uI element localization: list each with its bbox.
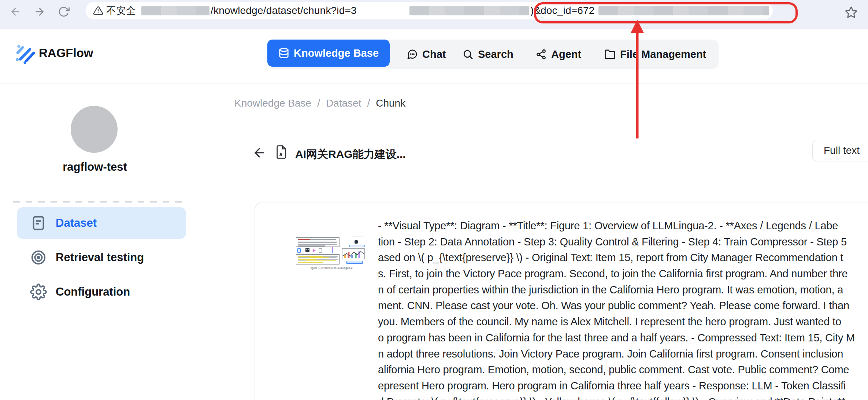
avatar <box>71 106 118 153</box>
document-icon <box>30 215 47 232</box>
brand-name: RAGFlow <box>39 46 93 60</box>
url-doc-id-param: doc_id=672 <box>541 2 595 19</box>
security-label: 不安全 <box>106 2 136 19</box>
sidebar-item-label: Configuration <box>56 285 130 299</box>
star-icon <box>845 6 858 19</box>
full-text-button[interactable]: Full text <box>812 140 868 161</box>
chunk-text-line: alifornia Hero program. Emotion, motion,… <box>378 362 867 378</box>
nav-label: Search <box>478 48 513 60</box>
nav-search[interactable]: Search <box>462 40 513 69</box>
chunk-text-line: s. First, to join the Victory Pace progr… <box>378 266 867 282</box>
chunk-text-line: n of certain properties within the juris… <box>378 282 867 298</box>
database-icon <box>278 48 289 59</box>
sidebar-item-label: Dataset <box>56 216 97 230</box>
chunk-text-line: n adopt three resolutions. Join Victory … <box>378 346 867 362</box>
thumbnail-figure <box>295 237 368 265</box>
nav-label: File Management <box>620 48 706 60</box>
nav-label: Knowledge Base <box>294 47 379 59</box>
blurred-host <box>141 6 209 15</box>
browser-forward-button[interactable] <box>32 4 47 19</box>
nav-agent[interactable]: Agent <box>535 40 581 69</box>
reload-icon <box>58 6 70 18</box>
chunk-text-line: d Prompts: \( p_{\text{preserve}} \) - Y… <box>378 394 867 400</box>
chunk-content-text: - **Visual Type**: Diagram - **Title**: … <box>378 218 867 400</box>
blurred-doc-id <box>598 6 769 15</box>
chunk-text-line: epresent Hero program. Hero program in C… <box>378 378 867 394</box>
browser-reload-button[interactable] <box>56 4 71 19</box>
gear-icon <box>30 284 47 300</box>
nav-label: Chat <box>422 48 446 60</box>
knowledge-base-name: ragflow-test <box>15 160 175 174</box>
sidebar-item-retrieval-testing[interactable]: Retrieval testing <box>17 242 186 273</box>
thumbnail-caption: Figure 1: Overview of LLMLingua-2. <box>295 266 368 270</box>
ragflow-logo <box>15 42 36 64</box>
browser-chrome: 不安全 /knowledge/dataset/chunk?id=3 )& doc… <box>0 0 868 29</box>
address-bar[interactable]: 不安全 /knowledge/dataset/chunk?id=3 )& doc… <box>86 2 773 19</box>
breadcrumb: Knowledge Base / Dataset / Chunk <box>234 97 405 109</box>
breadcrumb-separator: / <box>367 97 370 109</box>
magnifier-icon <box>462 49 474 60</box>
chunk-back-button[interactable] <box>252 146 266 160</box>
url-separator: )& <box>530 2 541 19</box>
chunk-text-line: - **Visual Type**: Diagram - **Title**: … <box>378 218 867 234</box>
sidebar-item-dataset[interactable]: Dataset <box>17 207 186 239</box>
chunk-text-line: ased on \( p_{\text{preserve}} \) - Orig… <box>378 250 867 266</box>
chunk-text-line: tion - Step 2: Data Annotation - Step 3:… <box>378 234 867 250</box>
breadcrumb-chunk: Chunk <box>376 97 405 109</box>
chunk-text-line: you. Members of the council. My name is … <box>378 314 867 330</box>
ragflow-chunk-page: 不安全 /knowledge/dataset/chunk?id=3 )& doc… <box>0 0 868 400</box>
nav-chat[interactable]: Chat <box>407 40 446 69</box>
dashed-divider <box>13 201 185 203</box>
bookmark-star-button[interactable] <box>845 6 858 19</box>
warning-icon <box>93 2 103 19</box>
sidebar-item-label: Retrieval testing <box>56 251 144 264</box>
nav-file-management[interactable]: File Management <box>604 40 706 69</box>
target-icon <box>30 249 47 266</box>
folder-icon <box>604 49 616 60</box>
chunk-thumbnail[interactable]: Figure 1: Overview of LLMLingua-2. <box>295 237 368 270</box>
nav-knowledge-base[interactable]: Knowledge Base <box>267 40 390 67</box>
chunk-text-line: ment. CNN. Please cast your vote. Oh. Wa… <box>378 298 867 314</box>
nav-label: Agent <box>551 48 581 60</box>
blurred-id <box>409 6 529 15</box>
full-text-label: Full text <box>824 145 860 156</box>
browser-back-button[interactable] <box>8 4 23 19</box>
forward-icon <box>34 6 45 18</box>
sidebar-item-configuration[interactable]: Configuration <box>17 276 186 308</box>
main-nav: Knowledge Base Chat Search Agent File Ma… <box>267 40 719 69</box>
chunk-text-line: o program has been in California for the… <box>378 330 867 346</box>
breadcrumb-knowledge-base[interactable]: Knowledge Base <box>234 97 311 109</box>
breadcrumb-dataset[interactable]: Dataset <box>326 97 361 109</box>
chat-bubble-icon <box>407 49 418 60</box>
back-icon <box>10 6 21 18</box>
pdf-file-icon <box>275 144 288 160</box>
network-icon <box>535 49 547 60</box>
breadcrumb-separator: / <box>317 97 320 109</box>
url-path: /knowledge/dataset/chunk?id=3 <box>211 2 357 19</box>
document-title: AI网关RAG能力建设... <box>295 147 406 162</box>
back-arrow-icon <box>252 146 266 160</box>
app-header: RAGFlow Knowledge Base Chat Search Agent… <box>0 29 868 84</box>
